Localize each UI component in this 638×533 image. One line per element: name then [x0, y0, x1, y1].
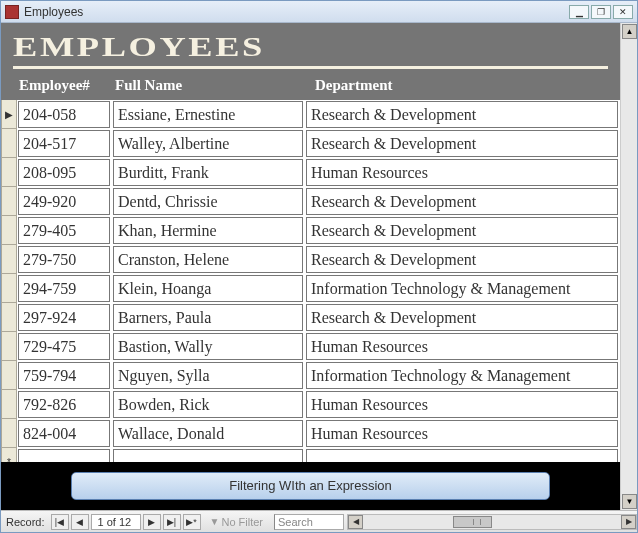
row-selector[interactable] — [1, 216, 17, 245]
horizontal-scrollbar[interactable]: ◀ ▶ — [347, 514, 637, 530]
fullname-cell[interactable]: Khan, Hermine — [113, 217, 303, 244]
employee-id-cell[interactable]: 729-475 — [18, 333, 110, 360]
row-selector[interactable] — [1, 274, 17, 303]
scroll-up-button[interactable]: ▲ — [622, 24, 637, 39]
department-cell[interactable]: Human Resources — [306, 333, 618, 360]
scroll-left-button[interactable]: ◀ — [348, 515, 363, 529]
status-bar: Record: |◀ ◀ 1 of 12 ▶ ▶| ▶* ▼ No Filter… — [1, 510, 637, 532]
department-cell[interactable]: Research & Development — [306, 101, 618, 128]
fullname-cell[interactable]: Cranston, Helene — [113, 246, 303, 273]
fullname-cell[interactable]: Klein, Hoanga — [113, 275, 303, 302]
nav-new-button[interactable]: ▶* — [183, 514, 201, 530]
table-row: 729-475Bastion, WallyHuman Resources — [1, 332, 620, 361]
employee-id-cell[interactable]: 208-095 — [18, 159, 110, 186]
scroll-right-button[interactable]: ▶ — [621, 515, 636, 529]
table-row: 279-405Khan, HermineResearch & Developme… — [1, 216, 620, 245]
minimize-button[interactable]: ▁ — [569, 5, 589, 19]
page-title: Employees — [13, 31, 620, 63]
row-selector[interactable] — [1, 245, 17, 274]
fullname-cell[interactable]: Nguyen, Sylla — [113, 362, 303, 389]
row-selector[interactable] — [1, 390, 17, 419]
employee-id-cell[interactable]: 279-750 — [18, 246, 110, 273]
employee-id-cell[interactable]: 297-924 — [18, 304, 110, 331]
content-wrap: Employees Employee# Full Name Department… — [1, 23, 637, 510]
hscroll-track[interactable] — [363, 515, 621, 529]
employee-id-cell[interactable]: 204-517 — [18, 130, 110, 157]
row-selector[interactable] — [1, 303, 17, 332]
fullname-cell[interactable]: Bastion, Wally — [113, 333, 303, 360]
employee-id-cell[interactable]: 294-759 — [18, 275, 110, 302]
filter-label: No Filter — [221, 516, 263, 528]
employee-id-cell[interactable]: 204-058 — [18, 101, 110, 128]
table-row: 294-759Klein, HoangaInformation Technolo… — [1, 274, 620, 303]
table-row: 204-517Walley, AlbertineResearch & Devel… — [1, 129, 620, 158]
nav-last-button[interactable]: ▶| — [163, 514, 181, 530]
header-rule — [13, 66, 608, 69]
table-row: 249-920Dentd, ChrissieResearch & Develop… — [1, 187, 620, 216]
restore-button[interactable]: ❐ — [591, 5, 611, 19]
row-selector[interactable] — [1, 158, 17, 187]
col-header-fullname: Full Name — [113, 77, 307, 94]
record-label: Record: — [1, 516, 50, 528]
col-header-department: Department — [307, 77, 620, 94]
fullname-cell[interactable]: Dentd, Chrissie — [113, 188, 303, 215]
search-input[interactable]: Search — [274, 514, 344, 530]
titlebar: Employees ▁ ❐ ✕ — [1, 1, 637, 23]
department-cell[interactable]: Research & Development — [306, 246, 618, 273]
department-cell[interactable]: Information Technology & Management — [306, 362, 618, 389]
rows-container: ▶204-058Essiane, ErnestineResearch & Dev… — [1, 100, 620, 462]
form-header: Employees — [1, 23, 620, 73]
hscroll-thumb[interactable] — [453, 516, 492, 528]
table-row: 759-794Nguyen, SyllaInformation Technolo… — [1, 361, 620, 390]
fullname-cell[interactable]: Bowden, Rick — [113, 391, 303, 418]
department-cell[interactable]: Research & Development — [306, 188, 618, 215]
fullname-cell[interactable] — [113, 449, 303, 462]
department-cell[interactable]: Research & Development — [306, 217, 618, 244]
fullname-cell[interactable]: Wallace, Donald — [113, 420, 303, 447]
department-cell[interactable]: Human Resources — [306, 159, 618, 186]
filter-indicator[interactable]: ▼ No Filter — [205, 514, 268, 530]
row-selector[interactable] — [1, 129, 17, 158]
employee-id-cell[interactable]: 279-405 — [18, 217, 110, 244]
app-icon — [5, 5, 19, 19]
table-row: ▶204-058Essiane, ErnestineResearch & Dev… — [1, 100, 620, 129]
department-cell[interactable]: Human Resources — [306, 391, 618, 418]
employee-id-cell[interactable]: 824-004 — [18, 420, 110, 447]
row-selector[interactable] — [1, 361, 17, 390]
record-position[interactable]: 1 of 12 — [91, 514, 141, 530]
row-selector[interactable] — [1, 187, 17, 216]
fullname-cell[interactable]: Burditt, Frank — [113, 159, 303, 186]
employee-id-cell[interactable]: 792-826 — [18, 391, 110, 418]
department-cell[interactable]: Research & Development — [306, 130, 618, 157]
department-cell[interactable] — [306, 449, 618, 462]
department-cell[interactable]: Information Technology & Management — [306, 275, 618, 302]
employee-id-cell[interactable] — [18, 449, 110, 462]
scroll-down-button[interactable]: ▼ — [622, 494, 637, 509]
fullname-cell[interactable]: Walley, Albertine — [113, 130, 303, 157]
fullname-cell[interactable]: Barners, Paula — [113, 304, 303, 331]
table-row: 279-750Cranston, HeleneResearch & Develo… — [1, 245, 620, 274]
department-cell[interactable]: Research & Development — [306, 304, 618, 331]
window: Employees ▁ ❐ ✕ Employees Employee# Full… — [0, 0, 638, 533]
table-row: 792-826Bowden, RickHuman Resources — [1, 390, 620, 419]
funnel-icon: ▼ — [210, 516, 220, 527]
close-button[interactable]: ✕ — [613, 5, 633, 19]
row-selector[interactable]: * — [1, 448, 17, 462]
employee-id-cell[interactable]: 249-920 — [18, 188, 110, 215]
filter-expression-button[interactable]: Filtering WIth an Expression — [71, 472, 550, 500]
row-selector[interactable]: ▶ — [1, 100, 17, 129]
fullname-cell[interactable]: Essiane, Ernestine — [113, 101, 303, 128]
nav-next-button[interactable]: ▶ — [143, 514, 161, 530]
table-row: 824-004Wallace, DonaldHuman Resources — [1, 419, 620, 448]
department-cell[interactable]: Human Resources — [306, 420, 618, 447]
table-row: * — [1, 448, 620, 462]
row-selector[interactable] — [1, 332, 17, 361]
row-selector[interactable] — [1, 419, 17, 448]
nav-first-button[interactable]: |◀ — [51, 514, 69, 530]
table-row: 297-924Barners, PaulaResearch & Developm… — [1, 303, 620, 332]
nav-prev-button[interactable]: ◀ — [71, 514, 89, 530]
column-headers: Employee# Full Name Department — [1, 73, 620, 100]
employee-id-cell[interactable]: 759-794 — [18, 362, 110, 389]
vertical-scrollbar[interactable]: ▲ ▼ — [620, 23, 637, 510]
selector-gutter-header — [1, 77, 17, 94]
